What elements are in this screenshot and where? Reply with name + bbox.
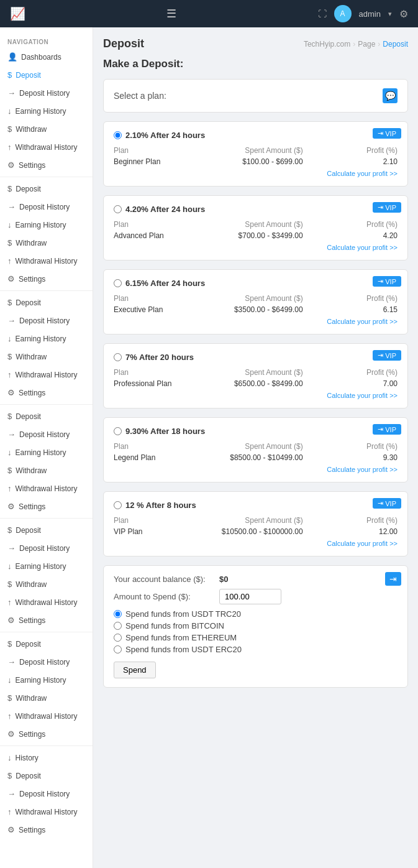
sidebar-item-earning-history-2[interactable]: ↓ Earning History bbox=[0, 216, 93, 234]
sidebar-item-history-7[interactable]: ↓ History bbox=[0, 749, 93, 767]
sidebar-item-withdrawal-history-3[interactable]: ↑ Withdrawal History bbox=[0, 366, 93, 384]
arrow-right-icon-6: → bbox=[7, 657, 16, 667]
sidebar-item-deposit-6[interactable]: $ Deposit bbox=[0, 635, 93, 653]
sidebar-label-deposit-history: Deposit History bbox=[19, 89, 70, 98]
plan-radio-6[interactable] bbox=[114, 501, 122, 509]
sidebar-item-settings-6[interactable]: ⚙ Settings bbox=[0, 725, 93, 743]
plan-radio-3[interactable] bbox=[114, 279, 122, 287]
sidebar-item-deposit-history-6[interactable]: → Deposit History bbox=[0, 653, 93, 671]
sidebar-item-deposit-history-7[interactable]: → Deposit History bbox=[0, 785, 93, 803]
sidebar-item-withdrawal-history-6[interactable]: ↑ Withdrawal History bbox=[0, 707, 93, 725]
arrow-up-icon-7: ↑ bbox=[7, 807, 12, 816]
calc-link-1[interactable]: Calculate your profit >> bbox=[114, 170, 398, 177]
sidebar-item-earning-history-4[interactable]: ↓ Earning History bbox=[0, 443, 93, 461]
sidebar-item-deposit-7[interactable]: $ Deposit bbox=[0, 767, 93, 785]
sidebar-item-deposit-history-3[interactable]: → Deposit History bbox=[0, 312, 93, 330]
spend-button[interactable]: Spend bbox=[114, 662, 156, 678]
sidebar-item-withdraw-5[interactable]: $ Withdraw bbox=[0, 575, 93, 593]
calc-link-6[interactable]: Calculate your profit >> bbox=[114, 540, 398, 547]
sidebar-item-deposit-history-5[interactable]: → Deposit History bbox=[0, 539, 93, 557]
sidebar-item-settings-3[interactable]: ⚙ Settings bbox=[0, 384, 93, 402]
plan-radio-4[interactable] bbox=[114, 353, 122, 361]
amount-input[interactable] bbox=[219, 589, 281, 604]
sidebar-item-withdraw-6[interactable]: $ Withdraw bbox=[0, 689, 93, 707]
chevron-icon[interactable]: ▾ bbox=[388, 10, 392, 18]
plan-spent-1: $100.00 - $699.00 bbox=[208, 157, 302, 166]
sidebar-item-settings-1[interactable]: ⚙ Settings bbox=[0, 156, 93, 174]
settings-header-icon[interactable]: ⚙ bbox=[399, 8, 408, 20]
menu-toggle[interactable]: ☰ bbox=[166, 7, 176, 21]
withdraw-icon-2: $ bbox=[7, 238, 12, 247]
payment-radio-usdt-erc20[interactable] bbox=[114, 645, 122, 653]
plan-name-3: Executive Plan bbox=[114, 305, 208, 314]
sidebar-label-earning-history: Earning History bbox=[16, 107, 66, 116]
sidebar-item-withdrawal-history-1[interactable]: ↑ Withdrawal History bbox=[0, 138, 93, 156]
sidebar-label-withdraw: Withdraw bbox=[16, 125, 47, 134]
sidebar-item-settings-5[interactable]: ⚙ Settings bbox=[0, 611, 93, 629]
arrow-up-icon-3: ↑ bbox=[7, 370, 12, 379]
sidebar-label-withdrawal-history-7: Withdrawal History bbox=[16, 808, 78, 816]
sidebar-item-deposit-4[interactable]: $ Deposit bbox=[0, 407, 93, 425]
main-content: Deposit TechHyip.com › Page › Deposit Ma… bbox=[93, 27, 418, 868]
sidebar-label-deposit-history-2: Deposit History bbox=[19, 203, 70, 211]
calc-link-2[interactable]: Calculate your profit >> bbox=[114, 244, 398, 251]
select-plan-label: Select a plan: bbox=[114, 91, 166, 101]
withdraw-icon-3: $ bbox=[7, 352, 12, 361]
sidebar-item-deposit[interactable]: $ Deposit bbox=[0, 66, 93, 84]
arrow-down-icon-4: ↓ bbox=[7, 448, 12, 457]
col-spent-4: Spent Amount ($) bbox=[208, 368, 302, 377]
arrow-up-icon-6: ↑ bbox=[7, 711, 12, 721]
sidebar-label-earning-history-3: Earning History bbox=[16, 335, 66, 343]
calc-link-4[interactable]: Calculate your profit >> bbox=[114, 392, 398, 399]
calc-link-5[interactable]: Calculate your profit >> bbox=[114, 466, 398, 473]
sidebar-item-deposit-3[interactable]: $ Deposit bbox=[0, 293, 93, 312]
sidebar-item-earning-history-6[interactable]: ↓ Earning History bbox=[0, 671, 93, 689]
payment-radio-usdt-trc20[interactable] bbox=[114, 610, 122, 618]
sidebar-item-settings-7[interactable]: ⚙ Settings bbox=[0, 821, 93, 839]
sidebar-label-withdrawal-history-2: Withdrawal History bbox=[16, 257, 78, 265]
sidebar-item-deposit-history[interactable]: → Deposit History bbox=[0, 84, 93, 102]
sidebar-item-withdrawal-history-2[interactable]: ↑ Withdrawal History bbox=[0, 252, 93, 270]
sidebar-item-earning-history[interactable]: ↓ Earning History bbox=[0, 102, 93, 120]
sidebar-item-settings-4[interactable]: ⚙ Settings bbox=[0, 497, 93, 515]
sidebar-item-dashboards[interactable]: 👤 Dashboards bbox=[0, 48, 93, 66]
sidebar-item-withdrawal-history-4[interactable]: ↑ Withdrawal History bbox=[0, 479, 93, 497]
plan-profit-6: 12.00 bbox=[303, 527, 398, 536]
sidebar-label-deposit-5: Deposit bbox=[16, 526, 41, 535]
sidebar-item-withdraw[interactable]: $ Withdraw bbox=[0, 120, 93, 138]
arrow-right-icon: → bbox=[7, 88, 16, 98]
withdraw-icon-6: $ bbox=[7, 693, 12, 703]
sidebar-item-earning-history-5[interactable]: ↓ Earning History bbox=[0, 557, 93, 575]
payment-radio-ethereum[interactable] bbox=[114, 634, 122, 642]
top-bar: Deposit TechHyip.com › Page › Deposit bbox=[103, 37, 408, 50]
sidebar-item-deposit-history-4[interactable]: → Deposit History bbox=[0, 425, 93, 443]
plan-radio-1[interactable] bbox=[114, 131, 122, 139]
plan-radio-5[interactable] bbox=[114, 427, 122, 435]
sidebar-item-withdraw-2[interactable]: $ Withdraw bbox=[0, 234, 93, 252]
admin-label[interactable]: admin bbox=[359, 9, 381, 19]
sidebar-label-settings-4: Settings bbox=[19, 502, 45, 511]
sidebar-item-withdraw-4[interactable]: $ Withdraw bbox=[0, 461, 93, 479]
deposit-icon-6: $ bbox=[7, 639, 12, 649]
avatar[interactable]: A bbox=[334, 5, 352, 22]
sidebar-item-withdrawal-history-5[interactable]: ↑ Withdrawal History bbox=[0, 593, 93, 611]
plan-radio-2[interactable] bbox=[114, 205, 122, 213]
calc-link-3[interactable]: Calculate your profit >> bbox=[114, 318, 398, 325]
payment-label-ethereum: Spend funds from ETHEREUM bbox=[125, 633, 237, 642]
sidebar-item-withdraw-3[interactable]: $ Withdraw bbox=[0, 348, 93, 366]
sidebar-item-deposit-history-2[interactable]: → Deposit History bbox=[0, 198, 93, 216]
sidebar-item-settings-2[interactable]: ⚙ Settings bbox=[0, 270, 93, 288]
sidebar-label-settings-7: Settings bbox=[19, 826, 45, 834]
sidebar-item-deposit-2[interactable]: $ Deposit bbox=[0, 180, 93, 198]
payment-radio-bitcoin[interactable] bbox=[114, 622, 122, 630]
plan-rate-5: 9.30% After 18 hours bbox=[125, 427, 205, 436]
sidebar-label-deposit-7: Deposit bbox=[16, 772, 41, 780]
sidebar-item-deposit-5[interactable]: $ Deposit bbox=[0, 521, 93, 539]
vip-label-2: VIP bbox=[385, 204, 396, 211]
col-spent-2: Spent Amount ($) bbox=[208, 220, 302, 229]
col-profit-4: Profit (%) bbox=[303, 368, 398, 377]
sidebar-item-withdrawal-history-7[interactable]: ↑ Withdrawal History bbox=[0, 803, 93, 821]
expand-icon[interactable]: ⛶ bbox=[318, 9, 327, 19]
plan-rate-1: 2.10% After 24 hours bbox=[125, 131, 205, 140]
sidebar-item-earning-history-3[interactable]: ↓ Earning History bbox=[0, 330, 93, 348]
